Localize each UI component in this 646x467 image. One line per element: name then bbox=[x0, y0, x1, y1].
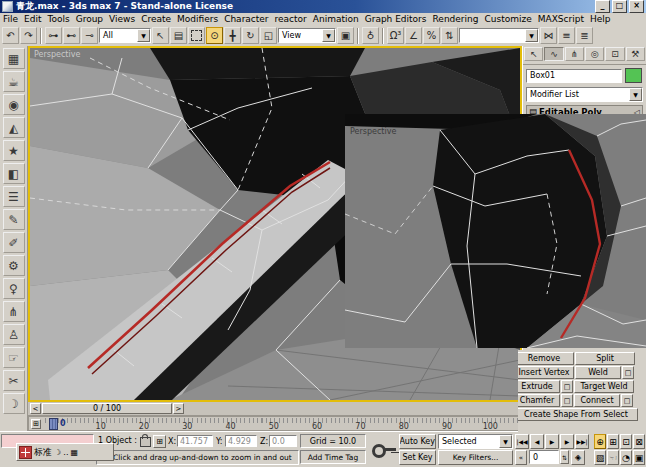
pawn-icon[interactable]: ♙ bbox=[3, 324, 25, 345]
menu-item[interactable]: Create bbox=[138, 14, 174, 24]
undo-icon[interactable]: ↶ bbox=[2, 27, 19, 44]
next-frame-icon[interactable]: ▶ bbox=[560, 434, 574, 449]
reference-coordinate-dropdown[interactable]: View ▼ bbox=[278, 28, 336, 43]
previous-key-icon[interactable]: « bbox=[515, 450, 527, 465]
key-mode-toggle-icon[interactable]: ◈ bbox=[571, 450, 585, 465]
checker-icon[interactable]: ◧ bbox=[3, 163, 25, 184]
time-slider-handle[interactable]: 0 / 100 bbox=[42, 403, 172, 414]
go-to-end-icon[interactable]: ▶▶| bbox=[575, 434, 589, 449]
add-time-tag[interactable]: Add Time Tag bbox=[300, 450, 366, 464]
menu-item[interactable]: Views bbox=[106, 14, 138, 24]
create-shape-from-selection-button[interactable]: Create Shape From Select bbox=[518, 408, 638, 421]
select-and-link-icon[interactable]: ⊶ bbox=[45, 27, 62, 44]
minimize-icon[interactable]: _ bbox=[595, 0, 610, 13]
layer-manager-icon[interactable]: ≣ bbox=[576, 27, 593, 44]
select-and-manipulate-button[interactable]: ♁ bbox=[362, 27, 379, 44]
selection-lock-icon[interactable] bbox=[140, 437, 151, 447]
menu-item[interactable]: Edit bbox=[21, 14, 44, 24]
star-icon[interactable]: ★ bbox=[3, 140, 25, 161]
utilities-tab-icon[interactable]: ⚒ bbox=[626, 47, 645, 61]
zoom-extents-all-icon[interactable]: ⊠ bbox=[633, 434, 645, 449]
viewport-label[interactable]: Perspective bbox=[34, 50, 80, 59]
pencil-icon[interactable]: ✎ bbox=[3, 209, 25, 230]
modify-tab-icon[interactable]: ∿ bbox=[544, 47, 563, 61]
zoom-all-icon[interactable]: ⊞ bbox=[607, 434, 619, 449]
use-pivot-center-button[interactable]: ▣ bbox=[337, 27, 354, 44]
ime-mode-label[interactable]: 标准 bbox=[34, 446, 52, 459]
y-coordinate-field[interactable]: 4.929 bbox=[225, 435, 257, 447]
extrude-button[interactable]: Extrude bbox=[518, 380, 560, 393]
weld-button[interactable]: Weld bbox=[575, 366, 621, 379]
title-bar[interactable]: 青龙.max - 3ds max 7 - Stand-alone License… bbox=[0, 0, 646, 13]
z-coordinate-field[interactable]: 0.0 bbox=[269, 435, 297, 447]
auto-key-button[interactable]: Auto Key bbox=[399, 434, 436, 449]
select-and-rotate-icon[interactable]: ↻ bbox=[242, 27, 259, 44]
chevron-down-icon[interactable]: ▼ bbox=[499, 435, 512, 448]
menu-item[interactable]: reactor bbox=[272, 14, 310, 24]
pin-icon[interactable]: ♀ bbox=[3, 278, 25, 299]
pen-icon[interactable]: ✐ bbox=[3, 232, 25, 253]
align-icon[interactable]: ≡ bbox=[558, 27, 575, 44]
chevron-down-icon[interactable]: ▼ bbox=[525, 29, 538, 42]
next-frame-arrow[interactable]: > bbox=[173, 403, 184, 414]
zoom-extents-icon[interactable]: ⊡ bbox=[620, 434, 632, 449]
viewport-label[interactable]: Perspective bbox=[350, 127, 396, 136]
modifier-list-dropdown[interactable]: Modifier List ▼ bbox=[526, 87, 643, 102]
stack-icon[interactable]: ☰ bbox=[3, 186, 25, 207]
cubes-icon[interactable]: ▦ bbox=[3, 48, 25, 69]
hand-icon[interactable]: ☞ bbox=[3, 347, 25, 368]
trackbar-frame-handle[interactable] bbox=[49, 418, 58, 430]
pan-icon[interactable]: ☜ bbox=[607, 450, 619, 465]
scissors-icon[interactable]: ✂ bbox=[3, 370, 25, 391]
menu-item[interactable]: Animation bbox=[310, 14, 362, 24]
close-icon[interactable]: × bbox=[629, 0, 644, 13]
previous-frame-icon[interactable]: ◀ bbox=[530, 434, 544, 449]
restore-icon[interactable]: □ bbox=[612, 0, 627, 13]
menu-item[interactable]: Graph Editors bbox=[362, 14, 430, 24]
select-and-move-icon[interactable]: ╋ bbox=[224, 27, 241, 44]
angle-snap-icon[interactable]: ∠ bbox=[405, 27, 422, 44]
connect-settings-icon[interactable]: □ bbox=[621, 394, 633, 407]
select-and-scale-icon[interactable]: ◱ bbox=[260, 27, 277, 44]
bind-to-space-warp-icon[interactable]: ⊸ bbox=[81, 27, 98, 44]
window-crossing-toggle[interactable]: ⊙ bbox=[206, 27, 223, 44]
min-max-toggle-icon[interactable]: ▣ bbox=[633, 450, 645, 465]
track-bar[interactable]: ⊞ 0 102030405060708090100 bbox=[28, 416, 522, 431]
menu-item[interactable]: Character bbox=[221, 14, 271, 24]
region-zoom-icon[interactable]: ▧ bbox=[594, 450, 606, 465]
menu-item[interactable]: Tools bbox=[45, 14, 73, 24]
chevron-down-icon[interactable]: ▼ bbox=[322, 29, 335, 42]
target-weld-button[interactable]: Target Weld bbox=[574, 380, 634, 393]
teapot-icon[interactable]: ☕ bbox=[3, 71, 25, 92]
menu-item[interactable]: Rendering bbox=[430, 14, 482, 24]
play-icon[interactable]: ▶ bbox=[545, 434, 559, 449]
snap-toggle-3d-icon[interactable]: Ω³ bbox=[387, 27, 404, 44]
previous-frame-arrow[interactable]: < bbox=[30, 403, 41, 414]
motion-tab-icon[interactable]: ◎ bbox=[585, 47, 604, 61]
menu-item[interactable]: Help bbox=[587, 14, 614, 24]
frame-spinner[interactable]: ⇅ bbox=[560, 450, 569, 464]
menu-item[interactable]: MAXScript bbox=[535, 14, 587, 24]
ime-keyboard-icon[interactable]: ▦ bbox=[71, 448, 79, 457]
ime-language-bar[interactable]: 标准 ☽ ‥ ▦ bbox=[16, 443, 114, 461]
percent-snap-icon[interactable]: % bbox=[423, 27, 440, 44]
go-to-start-icon[interactable]: |◀◀ bbox=[515, 434, 529, 449]
set-key-button[interactable]: Set Key bbox=[399, 450, 436, 465]
named-selection-sets-dropdown[interactable]: ▼ bbox=[459, 28, 539, 43]
extrude-settings-icon[interactable]: □ bbox=[561, 380, 573, 393]
hierarchy-tab-icon[interactable]: ⋔ bbox=[565, 47, 584, 61]
chamfer-button[interactable]: Chamfer bbox=[518, 394, 560, 407]
connect-button[interactable]: Connect bbox=[574, 394, 620, 407]
ime-logo-icon[interactable] bbox=[19, 446, 32, 459]
mirror-icon[interactable]: ⋈ bbox=[540, 27, 557, 44]
spinner-snap-icon[interactable]: ⇅ bbox=[441, 27, 458, 44]
select-by-name-icon[interactable]: ▤ bbox=[170, 27, 187, 44]
zoom-icon[interactable]: ⊕ bbox=[594, 434, 606, 449]
menu-item[interactable]: Modifiers bbox=[174, 14, 221, 24]
ime-moon-icon[interactable]: ☽ bbox=[54, 448, 61, 457]
moon-icon[interactable]: ☽ bbox=[3, 393, 25, 414]
ime-punct-icon[interactable]: ‥ bbox=[63, 448, 68, 457]
chevron-down-icon[interactable]: ▼ bbox=[629, 88, 642, 101]
arc-rotate-icon[interactable]: ◔ bbox=[620, 450, 632, 465]
chamfer-settings-icon[interactable]: □ bbox=[561, 394, 573, 407]
